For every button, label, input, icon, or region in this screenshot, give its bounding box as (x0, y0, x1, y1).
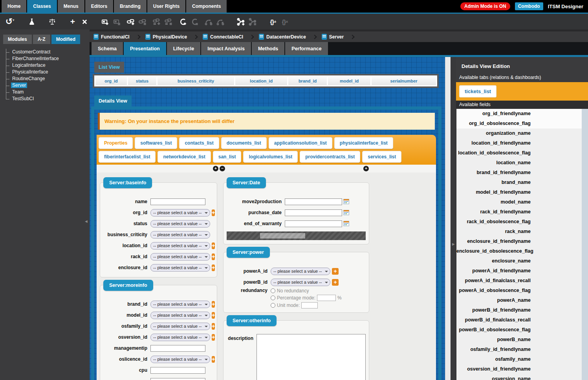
available-field[interactable]: location_id_friendlyname (456, 138, 582, 148)
details-tab[interactable]: services_list (362, 151, 401, 163)
name-field[interactable] (150, 198, 205, 205)
add-class-icon[interactable]: + (68, 17, 78, 27)
unit-value-field[interactable] (301, 302, 318, 308)
list-column[interactable]: serialnumber (372, 77, 436, 85)
available-field[interactable]: rack_id_obsolescence_flag (456, 217, 582, 227)
add-org-button[interactable]: + (212, 209, 215, 216)
breadcrumb-item[interactable]: ConnectableCI (203, 34, 259, 40)
details-tab[interactable]: providercontracts_list (300, 151, 360, 163)
purchase-date-field[interactable] (285, 209, 342, 216)
available-field[interactable]: location_id_obsolescence_flag (456, 148, 582, 158)
breadcrumb-item[interactable]: PhysicalDevice (145, 34, 203, 40)
status-select[interactable]: -- please select a value -- (150, 220, 210, 228)
class-tab[interactable]: Lifecycle (167, 42, 201, 55)
rack-id-select[interactable]: -- please select a value -- (150, 253, 210, 261)
sidebar-tab[interactable]: Modified (51, 35, 80, 44)
details-tab[interactable]: networkdevice_list (158, 151, 211, 163)
class-tree-item[interactable]: PhysicalInterface (3, 69, 90, 75)
compile-flask-icon[interactable] (27, 17, 37, 27)
fieldset-title[interactable]: Server:Date (227, 177, 266, 188)
no-redundancy-radio[interactable] (271, 288, 275, 293)
powerb-id-select[interactable]: -- please select a value -- (271, 279, 330, 286)
menu-tab[interactable]: Editors (85, 0, 113, 13)
add-brand-button[interactable]: + (212, 301, 215, 308)
available-field[interactable]: powerA_name (456, 296, 582, 305)
class-tab[interactable]: Methods (252, 42, 284, 55)
menu-tab[interactable]: Branding (114, 0, 147, 13)
fields-list-scrollbar[interactable] (582, 109, 588, 380)
available-field[interactable]: org_id_obsolescence_flag (456, 119, 582, 129)
managementip-field[interactable] (150, 345, 205, 352)
class-tree-item[interactable]: Server (3, 82, 90, 89)
list-column[interactable]: location_id (235, 77, 287, 85)
org-id-select[interactable]: -- please select a value -- (150, 209, 210, 217)
add-powerb-button[interactable]: + (332, 279, 339, 286)
enclosure-id-select[interactable]: -- please select a value -- (150, 264, 210, 272)
details-view-tab[interactable]: Details View (94, 95, 132, 106)
breadcrumb-item[interactable]: FunctionalCI (93, 34, 145, 40)
class-tree-item[interactable]: CustomerContract (3, 49, 90, 55)
sidebar-collapse-icon[interactable]: ◄ (84, 219, 88, 224)
details-tab[interactable]: applicationsolution_list (269, 137, 332, 149)
notes-drag-bar[interactable] (260, 233, 305, 239)
combodo-badge[interactable]: Combodo (515, 2, 543, 10)
unit-mode-option[interactable]: Unit mode: (271, 302, 342, 308)
audit-scales-icon[interactable] (47, 17, 57, 27)
available-field[interactable]: rack_id_friendlyname (456, 207, 582, 217)
breadcrumb-item[interactable]: Server (322, 34, 359, 40)
class-tree-item[interactable]: LogicalInterface (3, 62, 90, 69)
details-tab[interactable]: documents_list (221, 137, 267, 149)
add-location-button[interactable]: + (212, 242, 215, 249)
available-field[interactable]: powerB_name (456, 335, 582, 345)
available-field[interactable]: osfamily_id_friendlyname (456, 345, 582, 354)
available-field[interactable]: location_name (456, 158, 582, 168)
sidebar-tab[interactable]: Modules (3, 35, 32, 44)
available-field[interactable]: brand_id_friendlyname (456, 168, 582, 178)
details-tab[interactable]: softwares_list (135, 137, 177, 149)
percentage-mode-radio[interactable] (271, 296, 275, 300)
model-id-select[interactable]: -- please select a value -- (150, 312, 210, 319)
fieldset-title[interactable]: Server:baseinfo (103, 177, 152, 188)
class-tree-item[interactable]: TestSubCI (3, 95, 90, 102)
list-column[interactable]: status (128, 77, 156, 85)
oslicence-id-select[interactable]: -- please select a value -- (150, 356, 210, 363)
available-tab-chip[interactable]: tickets_list (459, 85, 496, 97)
percentage-value-field[interactable] (317, 295, 336, 301)
sidebar-tab[interactable]: A-Z (33, 35, 50, 44)
available-field[interactable]: model_name (456, 197, 582, 207)
undo-menu-caret-icon[interactable]: ▾ (13, 18, 16, 22)
details-tab[interactable]: contacts_list (179, 137, 219, 149)
powera-id-select[interactable]: -- please select a value -- (271, 268, 330, 275)
fieldset-title[interactable]: Server:moreinfo (103, 280, 153, 291)
percentage-mode-option[interactable]: Percentage mode: % (271, 295, 342, 301)
details-tab[interactable]: Properties (99, 137, 133, 149)
add-relation-icon[interactable] (236, 17, 246, 27)
class-tree-item[interactable]: FiberChannelInterface (3, 55, 90, 62)
osversion-id-select[interactable]: -- please select a value -- (150, 334, 210, 341)
available-field[interactable]: powerA_id_obsolescence_flag (456, 286, 582, 296)
details-tab[interactable]: san_list (213, 151, 242, 163)
add-state-icon[interactable] (178, 17, 188, 27)
end-of-warranty-field[interactable] (285, 220, 342, 227)
details-tab[interactable]: physicalinterface_list (334, 137, 393, 149)
menu-tab[interactable]: Components (186, 0, 227, 13)
available-field[interactable]: powerA_id_finalclass_recall (456, 276, 582, 286)
available-field[interactable]: organization_name (456, 129, 582, 138)
menu-tab[interactable]: Home (2, 0, 26, 13)
class-tree-item[interactable]: RoutineChange (3, 75, 90, 82)
class-tab[interactable]: Impact Analysis (201, 42, 251, 55)
delete-class-icon[interactable] (79, 17, 90, 27)
location-id-select[interactable]: -- please select a value -- (150, 242, 210, 250)
menu-tab[interactable]: Menus (58, 0, 84, 13)
add-rack-button[interactable]: + (212, 253, 215, 260)
ram-field[interactable] (150, 378, 205, 380)
available-field[interactable]: powerB_id_friendlyname (456, 305, 582, 315)
available-field[interactable]: osversion_name (456, 374, 582, 380)
business-criticity-select[interactable]: -- please select a value -- (150, 231, 210, 239)
add-method-icon[interactable]: {}+ (268, 17, 278, 27)
list-column[interactable]: model_id (328, 77, 370, 85)
available-field[interactable]: powerB_id_finalclass_recall (456, 315, 582, 325)
list-column[interactable]: business_criticity (158, 77, 234, 85)
calendar-icon[interactable] (343, 220, 350, 227)
add-enclosure-button[interactable]: + (212, 264, 215, 271)
